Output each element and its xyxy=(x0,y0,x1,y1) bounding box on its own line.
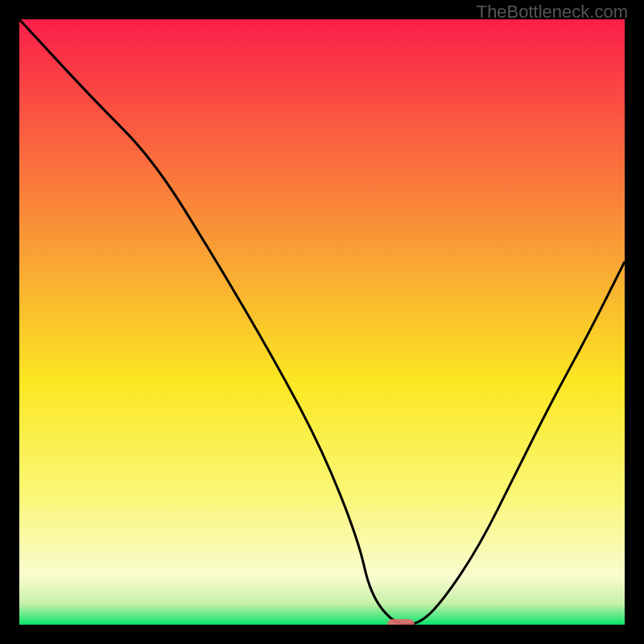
watermark-text: TheBottleneck.com xyxy=(477,2,628,23)
chart-svg xyxy=(19,19,625,625)
chart-background xyxy=(19,19,625,625)
chart-plot-area xyxy=(19,19,625,625)
optimal-marker xyxy=(387,619,415,625)
